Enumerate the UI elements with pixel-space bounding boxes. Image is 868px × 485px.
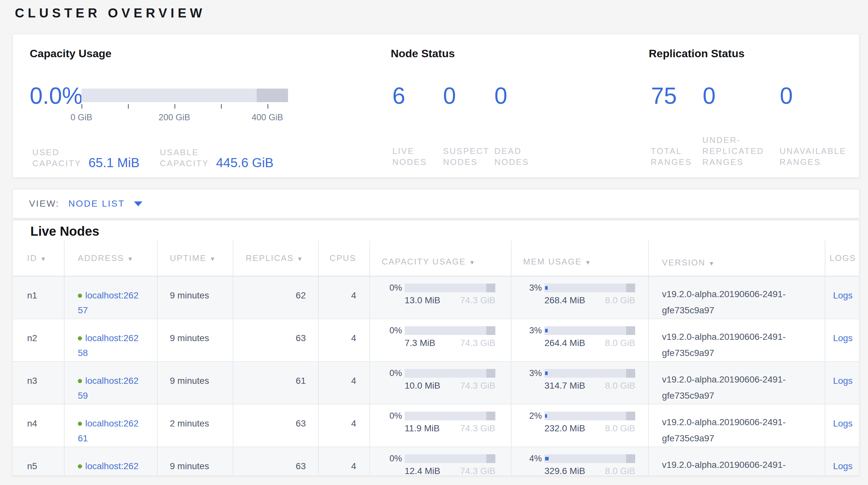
axis-tick-label: 0 GiB [70, 113, 92, 122]
column-header-address[interactable]: ADDRESS▼ [64, 240, 157, 276]
node-replicas: 63 [233, 447, 318, 476]
column-header-mem-usage[interactable]: MEM USAGE▼ [511, 240, 648, 276]
capacity-bar-dark-segment [486, 454, 495, 463]
node-capacity-usage-cell: 0% 13.0 MiB74.3 GiB [370, 276, 511, 319]
node-address-link[interactable]: localhost:26261 [78, 419, 138, 443]
capacity-percent: 0% [389, 369, 402, 378]
mem-bar-fill [545, 329, 548, 333]
sort-arrow-icon: ▼ [210, 256, 216, 262]
node-uptime: 2 minutes [157, 404, 233, 447]
node-logs-cell: Logs [825, 276, 860, 319]
capacity-axis: 0 GiB 200 GiB 400 GiB [82, 104, 288, 109]
mem-total-value: 8.0 GiB [605, 339, 635, 348]
mem-percent: 2% [529, 411, 542, 420]
mem-bar-dark-segment [626, 284, 635, 292]
capacity-used-percent: 0.0% [30, 83, 83, 109]
node-replicas: 63 [233, 319, 318, 362]
node-address-cell: localhost:26257 [64, 276, 157, 319]
table-row: n3 localhost:26259 9 minutes 61 4 0% 10.… [13, 362, 860, 404]
node-id: n2 [13, 319, 64, 362]
table-row: n4 localhost:26261 2 minutes 63 4 0% 11.… [13, 404, 860, 447]
axis-tick-label: 400 GiB [252, 113, 283, 122]
capacity-bar [405, 369, 495, 378]
node-capacity-usage-cell: 0% 12.4 MiB74.3 GiB [370, 447, 511, 476]
live-nodes-heading: Live Nodes [30, 221, 99, 240]
column-header-version[interactable]: VERSION▼ [648, 240, 825, 276]
node-logs-cell: Logs [825, 447, 860, 476]
capacity-percent: 0% [389, 454, 402, 463]
view-dropdown[interactable]: NODE LIST [68, 199, 125, 209]
live-status-dot-icon [78, 422, 82, 426]
capacity-used-value: 7.3 MiB [405, 339, 435, 348]
capacity-usage-bar [82, 89, 288, 102]
node-address-link[interactable]: localhost:26259 [78, 376, 138, 401]
node-capacity-usage-cell: 0% 7.3 MiB74.3 GiB [370, 319, 511, 362]
table-header-row: ID▼ ADDRESS▼ UPTIME▼ REPLICAS▼ CPUS CAPA… [13, 240, 860, 276]
capacity-bar [405, 411, 495, 420]
axis-tick-label: 200 GiB [159, 113, 190, 122]
mem-used-value: 264.4 MiB [545, 339, 585, 348]
node-address-link[interactable]: localhost:26257 [78, 290, 138, 315]
capacity-used-value: 10.0 MiB [405, 381, 440, 390]
node-version: v19.2.0-alpha.20190606-2491-gfe735c9a97 [648, 404, 825, 447]
logs-link[interactable]: Logs [833, 461, 853, 471]
node-address-link[interactable]: localhost:26262 [78, 461, 138, 476]
node-mem-usage-cell: 3% 268.4 MiB8.0 GiB [511, 276, 648, 319]
dead-nodes-label: DEAD NODES [494, 145, 529, 168]
mem-bar-fill [545, 414, 547, 418]
axis-tick [128, 104, 129, 109]
chevron-down-icon[interactable] [134, 201, 143, 206]
mem-used-value: 329.6 MiB [545, 466, 585, 476]
view-label: VIEW: [29, 199, 59, 209]
node-replicas: 62 [233, 276, 318, 319]
sort-arrow-icon: ▼ [469, 259, 476, 266]
capacity-total-value: 74.3 GiB [460, 296, 495, 305]
node-cpus: 4 [318, 404, 370, 447]
node-address-cell: localhost:26258 [64, 319, 157, 362]
mem-bar-fill [545, 286, 548, 290]
node-logs-cell: Logs [825, 362, 860, 404]
sort-arrow-icon: ▼ [127, 256, 134, 262]
capacity-bar-nonusable-segment [257, 89, 288, 102]
capacity-bar-dark-segment [486, 369, 495, 378]
capacity-used-value: 13.0 MiB [405, 296, 440, 305]
column-header-logs: LOGS [825, 240, 860, 276]
axis-tick [221, 104, 222, 109]
node-uptime: 9 minutes [157, 276, 233, 319]
logs-link[interactable]: Logs [833, 419, 853, 428]
suspect-nodes-count: 0 [443, 83, 456, 109]
usable-capacity-value: 445.6 GiB [216, 156, 274, 169]
capacity-percent: 0% [389, 411, 402, 420]
column-header-replicas[interactable]: REPLICAS▼ [233, 240, 318, 276]
used-capacity-value: 65.1 MiB [89, 156, 140, 169]
usable-capacity-label: USABLE CAPACITY [160, 147, 209, 169]
node-mem-usage-cell: 4% 329.6 MiB8.0 GiB [511, 447, 648, 476]
live-status-dot-icon [78, 464, 82, 468]
node-id: n5 [13, 447, 64, 476]
mem-total-value: 8.0 GiB [605, 424, 635, 433]
capacity-bar-dark-segment [486, 284, 495, 292]
node-address-cell: localhost:26262 [64, 447, 157, 476]
axis-tick [82, 104, 82, 109]
sort-arrow-icon: ▼ [297, 256, 304, 262]
node-version: v19.2.0-alpha.20190606-2491-gfe735c9a97 [648, 276, 825, 319]
node-address-cell: localhost:26261 [64, 404, 157, 447]
table-row: n2 localhost:26258 9 minutes 63 4 0% 7.3… [13, 319, 860, 362]
column-header-id[interactable]: ID▼ [13, 240, 64, 276]
node-cpus: 4 [318, 276, 370, 319]
logs-link[interactable]: Logs [833, 290, 853, 301]
column-header-capacity-usage[interactable]: CAPACITY USAGE▼ [370, 240, 511, 276]
logs-link[interactable]: Logs [833, 333, 853, 343]
logs-link[interactable]: Logs [833, 376, 853, 386]
dead-nodes-count: 0 [494, 83, 507, 109]
column-header-cpus: CPUS [318, 240, 370, 276]
live-status-dot-icon [78, 336, 82, 340]
mem-bar-dark-segment [626, 326, 635, 335]
sort-arrow-icon: ▼ [585, 259, 591, 266]
node-address-link[interactable]: localhost:26258 [78, 333, 138, 358]
capacity-bar-dark-segment [486, 411, 495, 420]
column-header-uptime[interactable]: UPTIME▼ [157, 240, 233, 276]
live-nodes-card: Live Nodes ID▼ ADDRESS▼ UPTIME▼ REPLICAS… [12, 220, 860, 476]
unavailable-ranges-count: 0 [780, 83, 793, 109]
mem-percent: 4% [529, 454, 542, 463]
